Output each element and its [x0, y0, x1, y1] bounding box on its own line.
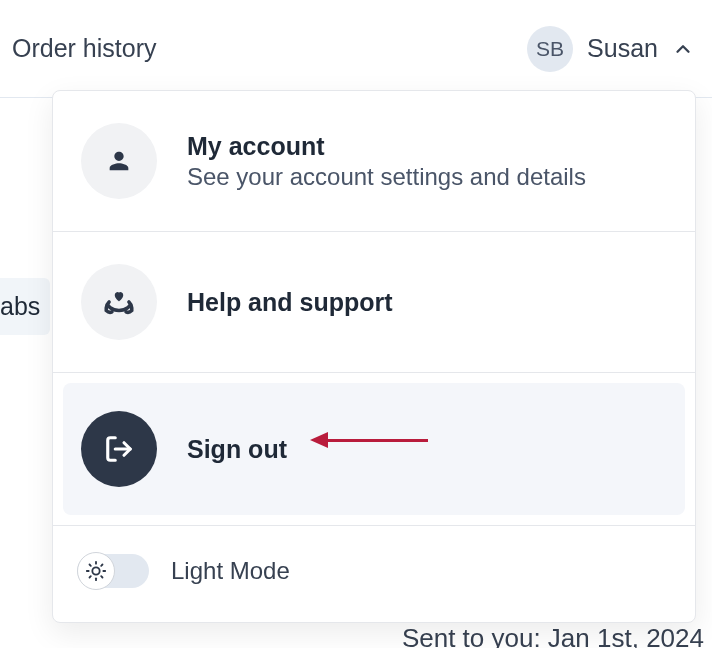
background-sent-line: Sent to you: Jan 1st, 2024	[402, 623, 704, 648]
svg-line-9	[101, 565, 102, 566]
menu-item-help[interactable]: Help and support	[53, 232, 695, 373]
user-dropdown: My account See your account settings and…	[52, 90, 696, 623]
menu-item-subtitle: See your account settings and details	[187, 163, 586, 191]
page-header: Order history SB Susan	[0, 0, 712, 98]
svg-line-8	[90, 576, 91, 577]
sun-icon	[85, 560, 107, 582]
menu-item-title: Sign out	[187, 435, 287, 464]
theme-label: Light Mode	[171, 557, 290, 585]
page-title: Order history	[12, 34, 156, 63]
menu-item-signout[interactable]: Sign out	[63, 383, 685, 515]
svg-line-5	[101, 576, 102, 577]
theme-toggle[interactable]	[77, 554, 149, 588]
menu-item-text: Help and support	[187, 288, 393, 317]
theme-toggle-row: Light Mode	[53, 526, 695, 622]
menu-item-title: Help and support	[187, 288, 393, 317]
signout-icon	[81, 411, 157, 487]
toggle-knob	[77, 552, 115, 590]
menu-item-text: Sign out	[187, 435, 287, 464]
user-menu-trigger[interactable]: SB Susan	[527, 26, 694, 72]
tab-partial[interactable]: abs	[0, 278, 50, 335]
hands-heart-icon	[81, 264, 157, 340]
menu-item-title: My account	[187, 132, 586, 161]
person-icon	[81, 123, 157, 199]
menu-item-signout-wrapper: Sign out	[53, 373, 695, 526]
svg-line-4	[90, 565, 91, 566]
menu-item-account[interactable]: My account See your account settings and…	[53, 91, 695, 232]
avatar: SB	[527, 26, 573, 72]
svg-point-1	[92, 567, 99, 574]
menu-item-text: My account See your account settings and…	[187, 132, 586, 191]
chevron-up-icon	[672, 38, 694, 60]
user-name: Susan	[587, 34, 658, 63]
